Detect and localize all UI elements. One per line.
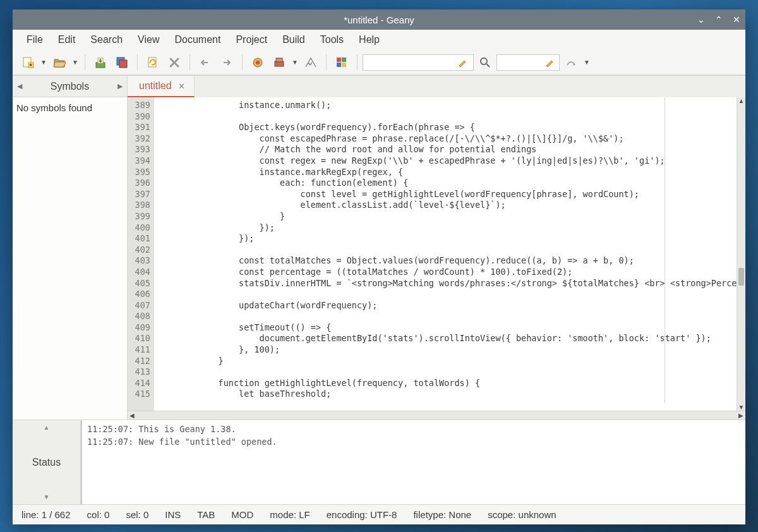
status-ins: INS [165,509,181,520]
maximize-icon[interactable]: ⌃ [715,15,723,25]
long-line-marker [665,97,665,403]
toolbar: ✦ ▼ ▼ ▼ [13,50,745,75]
brush-icon [457,57,468,68]
toolbar-overflow[interactable]: ▼ [582,59,591,66]
status-line: line: 1 / 662 [21,509,71,520]
goto-line-button[interactable] [561,52,581,73]
brush-icon [544,57,555,68]
statusbar: line: 1 / 662 col: 0 sel: 0 INS TAB MOD … [13,504,745,524]
menu-build[interactable]: Build [276,32,311,48]
scroll-left-icon[interactable]: ◀ [128,411,136,420]
msgtab-status[interactable]: Status [32,435,61,490]
open-folder-icon [53,56,66,69]
status-scope: scope: unknown [488,509,556,520]
new-file-icon: ✦ [21,56,34,69]
run-button[interactable] [301,52,321,73]
save-all-button[interactable] [112,52,132,73]
menu-file[interactable]: File [20,32,49,48]
scrollbar-thumb[interactable] [738,268,744,286]
nav-back-button[interactable] [195,52,215,73]
vertical-scrollbar[interactable]: ▲ ▼ [737,97,745,411]
open-file-button[interactable] [49,52,69,73]
svg-rect-12 [337,57,341,62]
status-mod: MOD [231,509,253,520]
menu-document[interactable]: Document [168,32,227,48]
code-editor[interactable]: instance.unmark(); Object.keys(wordFrequ… [154,97,737,411]
build-dropdown[interactable]: ▼ [291,59,299,66]
menu-tools[interactable]: Tools [314,32,350,48]
new-file-dropdown[interactable]: ▼ [39,59,48,66]
scroll-right-icon[interactable]: ▶ [737,411,745,420]
sidebar-prev-icon[interactable]: ◀ [13,82,27,90]
build-button[interactable] [269,52,289,73]
search-field[interactable] [363,54,474,71]
menu-view[interactable]: View [131,32,165,48]
menu-project[interactable]: Project [229,32,274,48]
editor-tabstrip: untitled ✕ [128,76,745,97]
menubar: FileEditSearchViewDocumentProjectBuildTo… [13,30,745,50]
message-log[interactable]: 11:25:07: This is Geany 1.38. 11:25:07: … [81,420,745,504]
status-encoding: encoding: UTF-8 [327,509,397,520]
color-chooser-button[interactable] [332,52,352,73]
sidebar-tab-symbols[interactable]: Symbols [27,77,113,96]
svg-point-9 [256,61,260,64]
open-recent-dropdown[interactable]: ▼ [71,59,80,66]
nav-forward-button[interactable] [217,52,237,73]
arrow-right-icon [220,56,233,69]
scroll-down-icon[interactable]: ▼ [737,404,745,411]
sidebar: ◀ Symbols ▶ No symbols found [13,76,128,420]
svg-rect-14 [337,63,341,67]
svg-text:✦: ✦ [28,62,33,68]
goto-field[interactable] [496,54,560,71]
svg-rect-13 [342,57,346,62]
close-file-button[interactable] [164,52,184,73]
compile-icon [251,56,264,69]
search-input[interactable] [366,56,454,70]
close-icon[interactable]: ✕ [733,15,740,25]
status-tab: TAB [197,509,215,520]
scroll-up-icon[interactable]: ▲ [737,97,745,104]
search-icon [479,56,491,69]
close-file-icon [168,56,181,69]
run-icon [304,56,318,69]
build-icon [273,56,286,69]
color-icon [335,56,348,69]
jump-icon [565,56,577,69]
status-mode: mode: LF [270,509,310,520]
minimize-icon[interactable]: ⌄ [697,15,705,25]
status-col: col: 0 [87,509,110,520]
line-number-gutter: 389 390 391 392 393 394 395 396 397 398 … [128,97,154,411]
save-icon [94,56,107,69]
msgtab-down-icon[interactable]: ▼ [44,490,50,504]
find-button[interactable] [475,52,495,73]
status-filetype: filetype: None [413,509,471,520]
svg-rect-15 [342,63,346,67]
tab-label: untitled [139,80,172,92]
arrow-left-icon [199,56,212,69]
reload-icon [147,56,159,69]
window-title: *untitled - Geany [344,15,414,25]
app-window: *untitled - Geany ⌄ ⌃ ✕ FileEditSearchVi… [13,9,745,524]
save-button[interactable] [90,52,111,73]
svg-point-16 [481,58,487,64]
new-file-button[interactable]: ✦ [18,52,38,73]
goto-input[interactable] [500,56,541,70]
horizontal-scrollbar[interactable]: ◀ ▶ [128,411,745,420]
message-area: ▲ Status ▼ 11:25:07: This is Geany 1.38.… [13,420,745,504]
msgtab-up-icon[interactable]: ▲ [44,420,50,435]
sidebar-next-icon[interactable]: ▶ [113,82,127,90]
tab-untitled[interactable]: untitled ✕ [128,76,195,97]
save-all-icon [116,56,128,69]
status-sel: sel: 0 [126,509,148,520]
svg-rect-11 [276,58,282,62]
editor-area: untitled ✕ 389 390 391 392 393 394 395 3… [128,76,745,420]
svg-rect-6 [119,60,127,68]
compile-button[interactable] [248,52,268,73]
symbols-panel: No symbols found [13,97,127,420]
reload-button[interactable] [143,52,163,73]
titlebar[interactable]: *untitled - Geany ⌄ ⌃ ✕ [13,9,745,30]
tab-close-icon[interactable]: ✕ [178,82,185,91]
menu-help[interactable]: Help [352,32,386,48]
menu-edit[interactable]: Edit [52,32,82,48]
menu-search[interactable]: Search [84,32,129,48]
